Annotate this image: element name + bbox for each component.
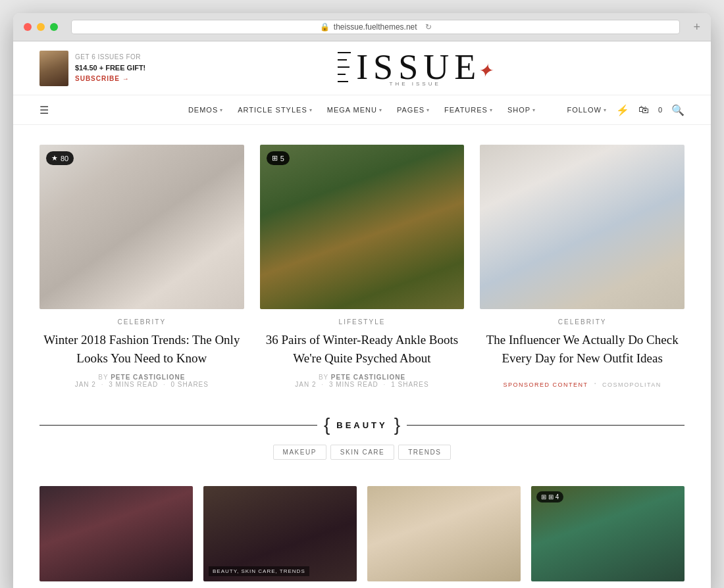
article-title[interactable]: The Influencer We Actually Do Check Ever…: [480, 331, 685, 367]
grid-icon: ⊞: [541, 493, 546, 501]
sponsored-pub: COSMOPOLITAN: [602, 381, 661, 388]
subscription-label: GET 6 ISSUES FOR: [75, 52, 145, 62]
article-shares: 1 SHARES: [391, 381, 428, 388]
refresh-icon[interactable]: ↻: [425, 22, 432, 32]
hamburger-menu[interactable]: ☰: [39, 104, 49, 116]
logo-area: ISSUE ✦ THE ISSUE: [145, 49, 685, 87]
sponsored-tag: SPONSORED CONTENT: [504, 381, 588, 388]
article-title[interactable]: Winter 2018 Fashion Trends: The Only Loo…: [39, 331, 244, 367]
article-meta: BY PETE CASTIGLIONE JAN 2 · 3 MINS READ …: [39, 374, 244, 388]
tab-skin-care[interactable]: SKIN CARE: [330, 445, 394, 460]
url-bar[interactable]: 🔒 theissue.fuelthemes.net ↻: [71, 20, 680, 34]
chevron-down-icon: ▾: [427, 107, 430, 113]
badge-count: 80: [61, 155, 68, 162]
main-navigation: ☰ DEMOS ▾ ARTICLE STYLES ▾ MEGA MENU ▾: [13, 95, 711, 125]
maximize-button[interactable]: [50, 23, 58, 31]
article-meta: BY PETE CASTIGLIONE JAN 2 · 3 MINS READ …: [260, 374, 465, 388]
grid-icon: ⊞: [272, 154, 278, 162]
cart-count: 0: [658, 106, 662, 114]
article-tag: BEAUTY, SKIN CARE, TRENDS: [209, 566, 309, 576]
article-badge: ★ 80: [46, 151, 74, 165]
article-shares: 0 SHARES: [171, 381, 209, 388]
section-title-wrap: { BEAUTY }: [317, 416, 407, 434]
site-content: GET 6 ISSUES FOR $14.50 + FREE GIFT! SUB…: [13, 41, 711, 588]
magazine-cover: [39, 51, 68, 86]
article-author: PETE CASTIGLIONE: [331, 374, 405, 381]
cart-icon[interactable]: 🛍: [638, 104, 649, 116]
chevron-down-icon: ▾: [532, 107, 536, 113]
article-card: ★ 80 CELEBRITY Winter 2018 Fashion Trend…: [39, 145, 244, 389]
article-read-time: 3 MINS READ: [329, 381, 378, 388]
tab-trends[interactable]: TRENDS: [398, 445, 451, 460]
article-image[interactable]: [480, 145, 685, 309]
browser-titlebar: 🔒 theissue.fuelthemes.net ↻ +: [13, 13, 711, 41]
search-icon[interactable]: 🔍: [671, 104, 685, 116]
article-category: LIFESTYLE: [260, 318, 465, 326]
article-card: ⊞ 5 LIFESTYLE 36 Pairs of Winter-Ready A…: [260, 145, 465, 389]
logo-text: ISSUE: [356, 49, 481, 85]
article-card: CELEBRITY The Influencer We Actually Do …: [480, 145, 685, 389]
close-button[interactable]: [24, 23, 32, 31]
logo-barcode: [338, 52, 351, 82]
follow-button[interactable]: FOLLOW ▾: [567, 106, 606, 114]
bottom-article[interactable]: [39, 486, 193, 581]
url-text: theissue.fuelthemes.net: [334, 22, 417, 32]
chevron-down-icon: ▾: [379, 107, 382, 113]
bottom-article[interactable]: ⊞ ⊞ 4: [531, 486, 685, 581]
article-date: JAN 2: [295, 381, 316, 388]
subscribe-link[interactable]: SUBSCRIBE →: [75, 75, 130, 82]
nav-demos[interactable]: DEMOS ▾: [182, 102, 230, 118]
star-icon: ★: [51, 154, 58, 162]
logo[interactable]: ISSUE ✦ THE ISSUE: [338, 49, 492, 87]
browser-window: 🔒 theissue.fuelthemes.net ↻ + GET 6 ISSU…: [13, 13, 711, 588]
top-bar: GET 6 ISSUES FOR $14.50 + FREE GIFT! SUB…: [13, 41, 711, 95]
nav-right: FOLLOW ▾ ⚡ 🛍 0 🔍: [567, 104, 685, 116]
minimize-button[interactable]: [37, 23, 45, 31]
chevron-down-icon: ▾: [309, 107, 313, 113]
article-sponsored: SPONSORED CONTENT · COSMOPOLITAN: [480, 378, 685, 389]
by-label: BY: [319, 374, 328, 381]
article-badge: ⊞ ⊞ 4: [536, 491, 563, 502]
nav-pages[interactable]: PAGES ▾: [390, 102, 436, 118]
article-badge: ⊞ 5: [267, 151, 290, 165]
badge-count: ⊞ 4: [548, 493, 559, 501]
lock-icon: 🔒: [320, 22, 330, 32]
nav-features[interactable]: FEATURES ▾: [438, 102, 500, 118]
bottom-article[interactable]: BEAUTY, SKIN CARE, TRENDS: [203, 486, 357, 581]
article-overlay: BEAUTY, SKIN CARE, TRENDS: [203, 558, 357, 581]
nav-mega-menu[interactable]: MEGA MENU ▾: [321, 102, 389, 118]
badge-count: 5: [280, 155, 284, 162]
article-read-time: 3 MINS READ: [109, 381, 158, 388]
section-header: { BEAUTY }: [39, 416, 685, 434]
article-image[interactable]: ★ 80: [39, 145, 244, 309]
article-date: JAN 2: [75, 381, 96, 388]
bottom-article[interactable]: [367, 486, 521, 581]
article-author: PETE CASTIGLIONE: [111, 374, 185, 381]
rss-icon[interactable]: ⚡: [616, 104, 629, 116]
section-line-right: [407, 425, 685, 426]
nav-article-styles[interactable]: ARTICLE STYLES ▾: [231, 102, 319, 118]
articles-grid: ★ 80 CELEBRITY Winter 2018 Fashion Trend…: [39, 145, 685, 389]
article-image[interactable]: ⊞ 5: [260, 145, 465, 309]
article-category: CELEBRITY: [480, 318, 685, 326]
bottom-articles: BEAUTY, SKIN CARE, TRENDS ⊞ ⊞ 4: [13, 486, 711, 588]
nav-items: DEMOS ▾ ARTICLE STYLES ▾ MEGA MENU ▾ PAG…: [182, 102, 542, 118]
nav-shop[interactable]: SHOP ▾: [501, 102, 542, 118]
article-category: CELEBRITY: [39, 318, 244, 326]
section-title: BEAUTY: [332, 420, 391, 430]
chevron-down-icon: ▾: [490, 107, 493, 113]
right-brace: }: [394, 416, 400, 434]
section-tabs: MAKEUP SKIN CARE TRENDS: [39, 445, 685, 460]
new-tab-button[interactable]: +: [693, 20, 700, 34]
subscription-price: $14.50 + FREE GIFT!: [75, 62, 145, 74]
tab-makeup[interactable]: MAKEUP: [273, 445, 326, 460]
by-label: BY: [98, 374, 108, 381]
chevron-down-icon: ▾: [220, 107, 223, 113]
beauty-section: { BEAUTY } MAKEUP SKIN CARE TRENDS: [13, 403, 711, 486]
logo-accent: ✦: [477, 60, 492, 82]
subscription-text: GET 6 ISSUES FOR $14.50 + FREE GIFT! SUB…: [75, 52, 145, 85]
articles-section: ★ 80 CELEBRITY Winter 2018 Fashion Trend…: [13, 125, 711, 403]
section-line-left: [39, 425, 317, 426]
left-brace: {: [324, 416, 330, 434]
article-title[interactable]: 36 Pairs of Winter-Ready Ankle Boots We'…: [260, 331, 465, 367]
